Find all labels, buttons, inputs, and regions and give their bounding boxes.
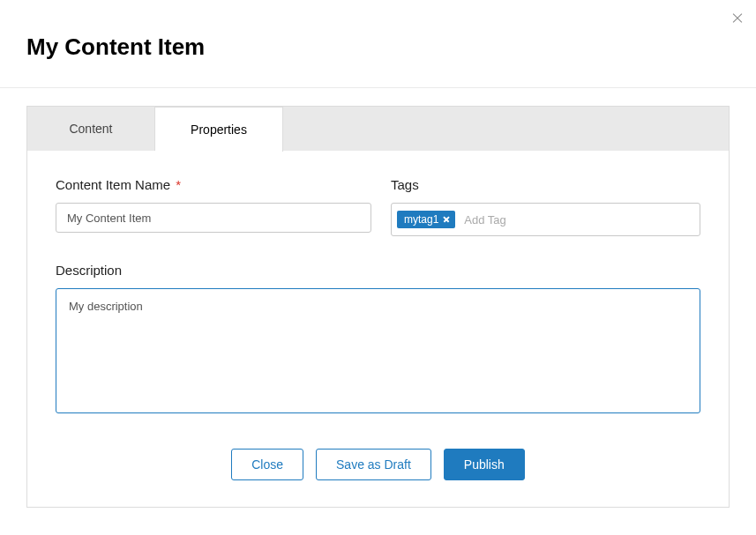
save-draft-button[interactable]: Save as Draft bbox=[316, 449, 431, 480]
publish-button[interactable]: Publish bbox=[444, 449, 525, 480]
description-label: Description bbox=[56, 263, 700, 278]
content-name-input[interactable] bbox=[56, 203, 371, 233]
tab-content[interactable]: Content bbox=[27, 107, 155, 151]
field-group-description: Description bbox=[56, 263, 700, 417]
required-indicator: * bbox=[176, 177, 181, 192]
tab-properties[interactable]: Properties bbox=[155, 107, 283, 152]
action-bar: Close Save as Draft Publish bbox=[56, 449, 700, 480]
close-button[interactable]: Close bbox=[231, 449, 303, 480]
tag-remove-icon[interactable] bbox=[443, 216, 450, 223]
tab-label: Properties bbox=[191, 123, 247, 137]
tags-input-box[interactable]: mytag1 bbox=[391, 203, 700, 236]
content-panel: Content Properties Content Item Name * T… bbox=[26, 106, 730, 508]
tab-properties-content: Content Item Name * Tags mytag1 bbox=[27, 151, 729, 507]
tag-chip-label: mytag1 bbox=[404, 213, 438, 226]
page-title: My Content Item bbox=[26, 33, 730, 61]
field-group-tags: Tags mytag1 bbox=[391, 177, 700, 236]
tag-add-input[interactable] bbox=[460, 211, 694, 229]
tags-label: Tags bbox=[391, 177, 700, 192]
tag-chip: mytag1 bbox=[397, 211, 455, 228]
name-label-text: Content Item Name bbox=[56, 177, 170, 192]
name-label: Content Item Name * bbox=[56, 177, 371, 192]
modal-header: My Content Item bbox=[0, 0, 756, 87]
tab-label: Content bbox=[69, 122, 112, 136]
description-textarea[interactable] bbox=[56, 288, 700, 413]
tabs-bar: Content Properties bbox=[27, 107, 729, 151]
close-icon[interactable] bbox=[731, 12, 744, 25]
field-group-name: Content Item Name * bbox=[56, 177, 371, 236]
